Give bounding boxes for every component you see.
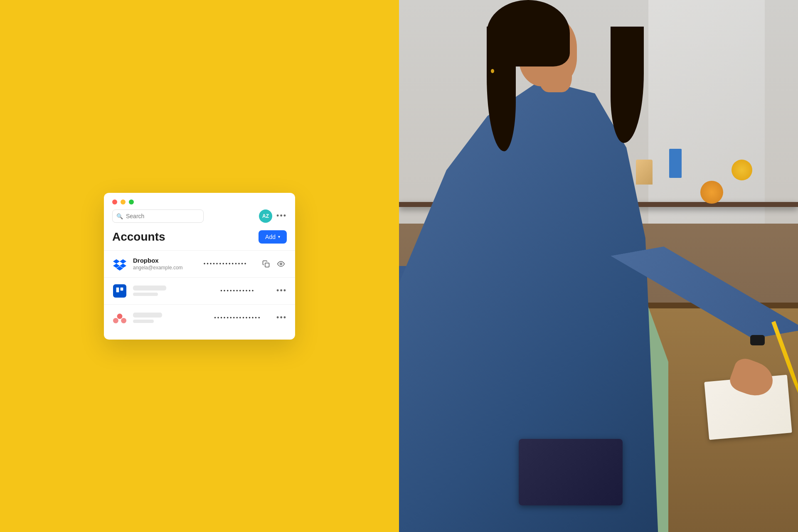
asana-icon [112, 310, 127, 325]
account-item-dropbox: Dropbox angela@example.com •••••••••••••… [104, 250, 295, 277]
svg-rect-2 [116, 287, 119, 292]
account-password-trello: ••••••••••• [205, 288, 271, 294]
account-password-asana: ••••••••••••••• [205, 315, 271, 321]
svg-point-1 [280, 263, 282, 265]
account-info-asana [133, 313, 199, 323]
search-icon: 🔍 [116, 213, 123, 219]
account-more-button-asana[interactable]: ••• [276, 313, 287, 322]
action-icons-trello: ••• [276, 286, 287, 295]
account-email-dropbox: angela@example.com [133, 265, 191, 271]
maximize-button[interactable] [129, 200, 134, 204]
account-list: Dropbox angela@example.com •••••••••••••… [104, 250, 295, 340]
minimize-button[interactable] [121, 200, 126, 204]
account-email-placeholder-asana [133, 320, 154, 323]
header-more-button[interactable]: ••• [276, 212, 287, 220]
right-panel [399, 0, 798, 532]
view-password-button[interactable] [275, 258, 287, 270]
shelf-jar [636, 160, 653, 185]
search-area: 🔍 AZ ••• [104, 209, 295, 229]
account-info-trello [133, 286, 199, 296]
dropbox-icon [112, 256, 127, 271]
photo-scene [399, 0, 798, 532]
calculator [519, 439, 623, 505]
shelf-item-orange [700, 181, 723, 204]
account-name-placeholder-trello [133, 286, 166, 291]
add-button-label: Add [265, 234, 276, 240]
search-input[interactable] [112, 209, 204, 223]
chevron-down-icon: ▾ [278, 234, 280, 239]
copy-password-button[interactable] [260, 258, 272, 270]
action-icons-asana: ••• [276, 313, 287, 322]
account-password-dropbox: •••••••••••••• [197, 261, 254, 267]
app-window: 🔍 AZ ••• Accounts Add ▾ [104, 193, 295, 340]
avatar[interactable]: AZ [259, 209, 272, 223]
search-wrapper: 🔍 [112, 209, 204, 223]
svg-point-6 [121, 318, 126, 323]
svg-point-4 [117, 313, 123, 319]
shelf-item-yellow [732, 160, 752, 180]
account-more-button-trello[interactable]: ••• [276, 286, 287, 295]
account-item-asana: ••••••••••••••• ••• [104, 304, 295, 331]
person-hair [487, 0, 570, 66]
person-watch [750, 335, 765, 345]
trello-icon [112, 283, 127, 298]
accounts-header: Accounts Add ▾ [104, 229, 295, 250]
account-info-dropbox: Dropbox angela@example.com [133, 257, 191, 271]
account-email-placeholder-trello [133, 293, 158, 296]
svg-rect-0 [265, 263, 269, 267]
svg-rect-3 [121, 287, 123, 291]
action-icons-dropbox [260, 258, 287, 270]
account-item-trello: ••••••••••• ••• [104, 277, 295, 304]
left-panel: 🔍 AZ ••• Accounts Add ▾ [0, 0, 399, 532]
account-name-placeholder-asana [133, 313, 162, 318]
header-right: AZ ••• [259, 209, 287, 223]
add-button[interactable]: Add ▾ [259, 230, 287, 244]
account-name-dropbox: Dropbox [133, 257, 191, 264]
shelf-item-blue [669, 149, 682, 178]
svg-point-5 [113, 318, 118, 323]
accounts-title: Accounts [112, 230, 165, 244]
window-chrome [104, 193, 295, 209]
close-button[interactable] [112, 200, 117, 204]
